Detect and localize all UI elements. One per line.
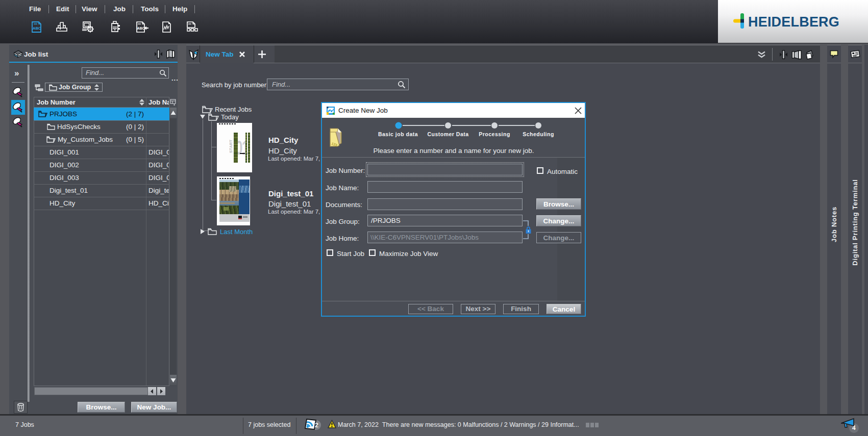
svg-text:ABC: ABC	[137, 27, 145, 30]
svg-text:HEIDELBERG: HEIDELBERG	[748, 14, 839, 30]
svg-text:ABC: ABC	[33, 26, 41, 31]
